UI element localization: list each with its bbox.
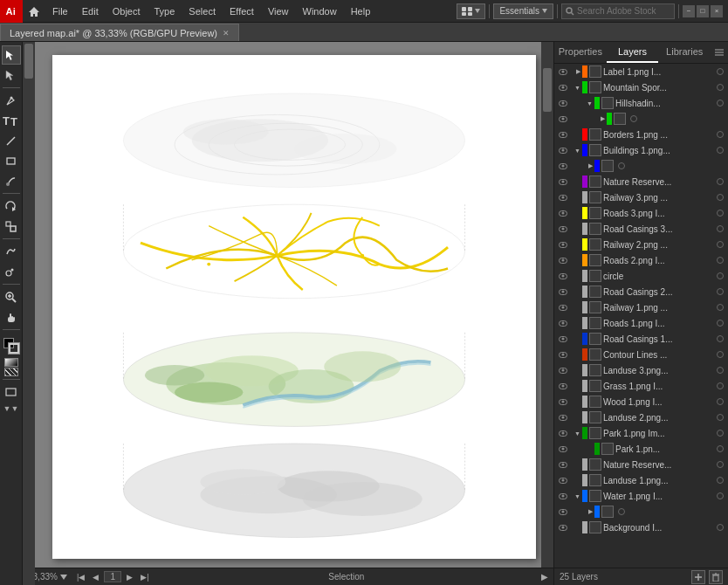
layer-visibility-toggle[interactable] [556,378,570,394]
layer-expand-arrow[interactable]: ▼ [574,493,580,499]
tab-libraries[interactable]: Libraries [658,42,711,63]
layer-target[interactable] [615,506,628,518]
layers-list[interactable]: ▶ Label 1.png I... ▼ Mountain Spor... [554,64,728,568]
layer-row[interactable]: ▼ Buildings 1.png... [554,142,728,158]
layer-visibility-toggle[interactable] [556,331,570,347]
layer-row[interactable]: Grass 1.png I... [554,378,728,394]
search-box[interactable] [561,3,675,19]
rotate-tool[interactable] [2,196,21,216]
layer-row[interactable]: Railway 2.png ... [554,237,728,252]
layer-target[interactable] [714,490,726,502]
layer-expand-arrow[interactable]: ▼ [574,85,580,91]
layer-visibility-toggle[interactable] [556,504,570,520]
layer-visibility-toggle[interactable] [556,284,570,299]
layer-target[interactable] [714,65,726,78]
layer-target[interactable] [714,144,726,156]
panel-options-btn[interactable] [711,42,728,63]
layer-visibility-toggle[interactable] [556,425,570,441]
layer-row[interactable]: Park 1.pn... [554,441,728,457]
scale-tool[interactable] [2,217,21,236]
pen-tool[interactable] [2,91,21,110]
layer-visibility-toggle[interactable] [556,362,570,378]
document-tab[interactable]: Layered map.ai* @ 33,33% (RGB/GPU Previe… [0,24,239,41]
layer-visibility-toggle[interactable] [556,174,570,189]
add-layer-btn[interactable] [691,570,705,584]
layer-target[interactable] [628,113,640,125]
layer-visibility-toggle[interactable] [556,488,570,504]
layer-expand-arrow[interactable]: ▶ [601,115,605,122]
layer-visibility-toggle[interactable] [556,347,570,362]
layer-row[interactable]: Roads 1.png I... [554,315,728,331]
layer-visibility-toggle[interactable] [556,441,570,457]
layer-target[interactable] [714,458,726,471]
layer-target[interactable] [714,427,726,439]
layer-target[interactable] [714,176,726,188]
layer-visibility-toggle[interactable] [556,111,570,127]
menu-view[interactable]: View [261,0,296,23]
layer-visibility-toggle[interactable] [556,158,570,174]
layer-target[interactable] [714,474,726,486]
none-btn[interactable] [4,368,18,376]
layer-visibility-toggle[interactable] [556,205,570,221]
menu-type[interactable]: Type [148,0,182,23]
layer-target[interactable] [714,254,726,266]
layer-visibility-toggle[interactable] [556,189,570,205]
canvas-left-scrollbar[interactable] [23,42,35,585]
next-artboard-btn[interactable]: ▶ [124,572,135,582]
menu-file[interactable]: File [45,0,75,23]
layer-row[interactable]: Roads 2.png I... [554,252,728,268]
layer-visibility-toggle[interactable] [556,410,570,425]
direct-selection-tool[interactable] [2,65,21,85]
last-artboard-btn[interactable]: ▶| [138,572,151,582]
layer-target[interactable] [714,286,726,298]
zoom-tool[interactable] [2,287,21,306]
layer-target[interactable] [714,81,726,93]
type-tool[interactable]: T T [2,111,21,130]
layer-target[interactable] [714,333,726,345]
layer-row[interactable]: Contour Lines ... [554,347,728,362]
layer-target[interactable] [714,380,726,392]
layer-row[interactable]: ▶ Label 1.png I... [554,64,728,79]
brush-tool[interactable] [2,171,21,190]
menu-window[interactable]: Window [296,0,344,23]
layer-visibility-toggle[interactable] [556,457,570,472]
layer-target[interactable] [714,207,726,219]
layer-target[interactable] [714,364,726,376]
layer-target[interactable] [714,97,726,109]
layer-row[interactable]: Borders 1.png ... [554,127,728,142]
layer-expand-arrow[interactable]: ▼ [574,430,580,437]
arrange-workspace-btn[interactable] [457,3,485,19]
workspace-dropdown[interactable]: Essentials [493,3,553,19]
menu-object[interactable]: Object [106,0,148,23]
menu-effect[interactable]: Effect [223,0,261,23]
layer-expand-arrow[interactable]: ▼ [574,148,580,154]
layer-row[interactable]: Roads 3.png I... [554,205,728,221]
layer-visibility-toggle[interactable] [556,64,570,79]
layer-target[interactable] [714,223,726,235]
stroke-color[interactable] [9,343,19,354]
hand-tool[interactable] [2,307,21,327]
layer-row[interactable]: ▼ Water 1.png I... [554,488,728,504]
layer-row[interactable]: ▶ [554,158,728,174]
first-artboard-btn[interactable]: |◀ [74,572,87,582]
layer-visibility-toggle[interactable] [556,237,570,252]
layer-target[interactable] [714,191,726,203]
symbol-sprayer-tool[interactable] [2,262,21,281]
layer-row[interactable]: Road Casings 2... [554,284,728,299]
layer-target[interactable] [714,443,726,455]
layer-row[interactable]: ▼ Hillshadin... [554,95,728,111]
layer-target[interactable] [714,411,726,423]
screen-mode-btn[interactable] [2,382,21,402]
layer-target[interactable] [615,160,628,172]
layer-target[interactable] [714,238,726,251]
menu-edit[interactable]: Edit [75,0,106,23]
layer-expand-arrow[interactable]: ▶ [576,68,580,75]
layer-row[interactable]: Background I... [554,520,728,535]
layer-visibility-toggle[interactable] [556,252,570,268]
layer-target[interactable] [714,521,726,533]
layer-row[interactable]: Road Casings 1... [554,331,728,347]
gradient-btn[interactable] [4,358,18,367]
layer-row[interactable]: ▶ [554,111,728,127]
layer-visibility-toggle[interactable] [556,315,570,331]
layer-expand-arrow[interactable]: ▼ [587,100,593,107]
